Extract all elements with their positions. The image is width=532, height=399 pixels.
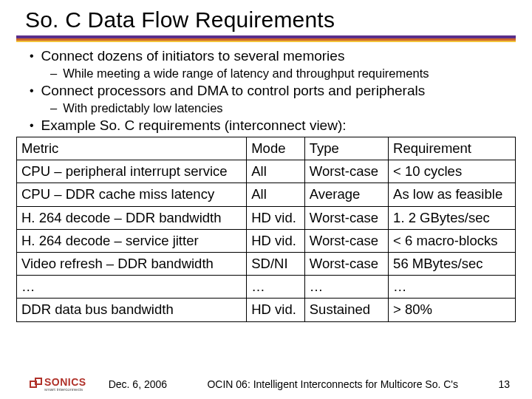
- footer-caption: OCIN 06: Intelligent Interconnects for M…: [186, 378, 479, 390]
- table-row: … … … …: [17, 276, 516, 299]
- table-row: H. 264 decode – service jitter HD vid. W…: [17, 229, 516, 252]
- cell: As low as feasible: [389, 183, 516, 206]
- sub-bullet-item: With predictably low latencies: [50, 101, 516, 115]
- bullet-list: Connect dozens of initiators to several …: [30, 48, 516, 134]
- sub-bullet-item: While meeting a wide range of latency an…: [50, 66, 516, 81]
- logo-text: SONICS: [44, 376, 86, 388]
- cell: HD vid.: [247, 206, 305, 229]
- cell: H. 264 decode – service jitter: [17, 229, 247, 252]
- col-requirement: Requirement: [389, 137, 516, 160]
- table-header-row: Metric Mode Type Requirement: [17, 137, 516, 160]
- cell: …: [389, 276, 516, 299]
- cell: CPU – peripheral interrupt service: [17, 160, 247, 183]
- cell: HD vid.: [247, 299, 305, 321]
- col-mode: Mode: [247, 137, 305, 160]
- cell: Worst-case: [304, 206, 388, 229]
- logo-icon: [30, 378, 43, 391]
- page-number: 13: [498, 378, 510, 390]
- table-row: H. 264 decode – DDR bandwidth HD vid. Wo…: [17, 206, 516, 229]
- cell: Worst-case: [304, 252, 388, 275]
- bullet-item: Example So. C requirements (interconnect…: [30, 117, 516, 134]
- slide-title: So. C Data Flow Requirements: [25, 7, 516, 33]
- cell: CPU – DDR cache miss latency: [17, 183, 247, 206]
- cell: All: [247, 183, 305, 206]
- table-row: CPU – peripheral interrupt service All W…: [17, 160, 516, 183]
- title-rule: [16, 35, 516, 42]
- cell: SD/NI: [247, 252, 305, 275]
- cell: < 6 macro-blocks: [389, 229, 516, 252]
- cell: …: [247, 276, 305, 299]
- cell: H. 264 decode – DDR bandwidth: [17, 206, 247, 229]
- cell: HD vid.: [247, 229, 305, 252]
- slide-footer: SONICS smart interconnects Dec. 6, 2006 …: [0, 376, 532, 392]
- bullet-item: Connect dozens of initiators to several …: [30, 48, 516, 64]
- cell: Worst-case: [304, 229, 388, 252]
- table-row: Video refresh – DDR bandwidth SD/NI Wors…: [17, 252, 516, 275]
- cell: > 80%: [389, 299, 516, 321]
- logo-subtext: smart interconnects: [44, 387, 86, 392]
- col-metric: Metric: [17, 137, 247, 160]
- cell: Video refresh – DDR bandwidth: [17, 252, 247, 275]
- cell: All: [247, 160, 305, 183]
- cell: Average: [304, 183, 388, 206]
- cell: Worst-case: [304, 160, 388, 183]
- requirements-table: Metric Mode Type Requirement CPU – perip…: [16, 137, 516, 322]
- cell: 1. 2 GBytes/sec: [389, 206, 516, 229]
- cell: …: [304, 276, 388, 299]
- footer-date: Dec. 6, 2006: [109, 378, 167, 390]
- cell: < 10 cycles: [389, 160, 516, 183]
- cell: 56 MBytes/sec: [389, 252, 516, 275]
- bullet-item: Connect processors and DMA to control po…: [30, 83, 516, 99]
- cell: …: [17, 276, 247, 299]
- sonics-logo: SONICS smart interconnects: [30, 376, 86, 392]
- cell: Sustained: [304, 299, 388, 321]
- col-type: Type: [304, 137, 388, 160]
- cell: DDR data bus bandwidth: [17, 299, 247, 321]
- table-row: DDR data bus bandwidth HD vid. Sustained…: [17, 299, 516, 321]
- table-row: CPU – DDR cache miss latency All Average…: [17, 183, 516, 206]
